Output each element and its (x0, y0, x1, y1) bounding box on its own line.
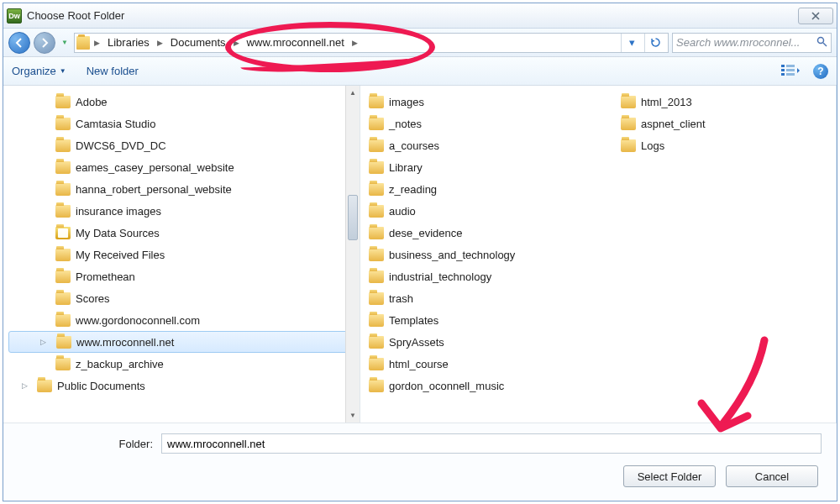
tree-item[interactable]: eames_casey_personal_website (3, 156, 360, 178)
breadcrumb-current[interactable]: www.mroconnell.net (244, 36, 348, 49)
expand-icon[interactable]: ▷ (40, 338, 46, 346)
select-folder-button[interactable]: Select Folder (623, 465, 716, 487)
folder-icon (621, 139, 636, 152)
tree-item[interactable]: DWCS6_DVD_DC (3, 134, 360, 156)
folder-item[interactable]: gordon_oconnell_music (369, 375, 621, 396)
tree-item-label: Camtasia Studio (76, 118, 155, 130)
folder-item[interactable]: SpryAssets (369, 331, 621, 353)
organize-menu[interactable]: Organize ▼ (12, 65, 66, 77)
tree-item-label: eames_casey_personal_website (76, 161, 234, 174)
scroll-thumb[interactable] (348, 195, 358, 240)
folder-icon (621, 96, 636, 108)
view-options-button[interactable] (781, 63, 800, 79)
tree-item[interactable]: My Received Files (3, 244, 360, 265)
folder-tree[interactable]: AdobeCamtasia StudioDWCS6_DVD_DCeames_ca… (3, 86, 360, 423)
tree-scrollbar[interactable]: ▲ ▼ (345, 86, 360, 423)
scroll-down-icon[interactable]: ▼ (346, 408, 360, 423)
folder-icon (369, 96, 384, 108)
folder-icon (55, 96, 71, 108)
folder-item[interactable]: Library (369, 156, 621, 178)
folder-item[interactable]: aspnet_client (621, 113, 806, 134)
forward-button[interactable] (34, 32, 55, 54)
folder-item-label: industrial_technology (389, 270, 491, 283)
window-title: Choose Root Folder (27, 9, 798, 22)
tree-item[interactable]: z_backup_archive (3, 353, 360, 375)
svg-rect-4 (786, 65, 795, 67)
folder-item[interactable]: images (369, 91, 621, 113)
organize-label: Organize (12, 65, 56, 77)
folder-item[interactable]: z_reading (369, 178, 621, 200)
folder-item[interactable]: trash (369, 287, 621, 309)
expand-icon[interactable]: ▷ (22, 381, 28, 390)
folder-icon (55, 118, 71, 130)
address-dropdown[interactable]: ▾ (621, 34, 643, 52)
folder-item[interactable]: _notes (369, 113, 621, 134)
folder-item-label: aspnet_client (641, 118, 706, 130)
folder-item[interactable]: html_2013 (621, 91, 806, 113)
tree-item-label: hanna_robert_personal_website (76, 183, 232, 196)
tree-item[interactable]: www.gordonoconnell.com (3, 309, 360, 331)
breadcrumb-documents[interactable]: Documents (167, 36, 229, 49)
folder-item-label: a_courses (389, 139, 439, 152)
tree-item-label: Public Documents (57, 380, 145, 392)
folder-item-label: _notes (389, 118, 422, 130)
folder-item[interactable]: a_courses (369, 134, 621, 156)
folder-contents[interactable]: images_notesa_coursesLibraryz_readingaud… (360, 86, 837, 423)
refresh-button[interactable] (644, 34, 666, 52)
tree-item-label: Promethean (76, 270, 135, 283)
folder-item-label: images (389, 96, 424, 108)
folder-field-label: Folder: (18, 438, 153, 450)
folder-item-label: SpryAssets (389, 336, 444, 349)
tree-item-public-documents[interactable]: ▷Public Documents (3, 375, 360, 396)
folder-icon (369, 314, 384, 327)
tree-item[interactable]: Camtasia Studio (3, 113, 360, 134)
folder-item-label: Library (389, 161, 423, 174)
tree-item[interactable]: ▷www.mroconnell.net (8, 331, 354, 353)
tree-item[interactable]: hanna_robert_personal_website (3, 178, 360, 200)
choose-root-folder-dialog: Dw Choose Root Folder ▼ ▶ Libraries ▶ Do… (3, 3, 837, 501)
cancel-button[interactable]: Cancel (726, 465, 818, 487)
tree-item-label: www.gordonoconnell.com (76, 314, 200, 327)
tree-item[interactable]: Scores (3, 287, 360, 309)
tree-item-label: DWCS6_DVD_DC (76, 139, 166, 152)
folder-item[interactable]: audio (369, 200, 621, 222)
view-icon (781, 63, 800, 76)
help-button[interactable]: ? (813, 64, 828, 79)
tree-item[interactable]: Promethean (3, 265, 360, 287)
folder-icon (369, 118, 384, 130)
folder-icon (55, 292, 71, 305)
address-bar[interactable]: ▶ Libraries ▶ Documents ▶ www.mroconnell… (74, 33, 669, 53)
breadcrumb-libraries[interactable]: Libraries (104, 36, 153, 49)
folder-item-label: business_and_technology (389, 249, 515, 261)
folder-item-label: Templates (389, 314, 438, 327)
folder-item[interactable]: Templates (369, 309, 621, 331)
folder-icon (55, 183, 71, 196)
tree-item[interactable]: My Data Sources (3, 222, 360, 244)
chevron-down-icon: ▼ (60, 67, 66, 75)
folder-name-input[interactable] (161, 433, 822, 454)
search-input[interactable]: Search www.mroconnel... (672, 33, 832, 53)
svg-rect-2 (781, 69, 785, 71)
nav-history-dropdown[interactable]: ▼ (59, 33, 71, 53)
folder-item-label: Logs (641, 139, 664, 152)
folder-icon (37, 380, 52, 392)
folder-item[interactable]: business_and_technology (369, 244, 621, 265)
folder-item[interactable]: Logs (621, 134, 806, 156)
folder-icon (76, 36, 90, 50)
close-button[interactable] (798, 8, 833, 24)
folder-item[interactable]: dese_evidence (369, 222, 621, 244)
breadcrumb-separator-icon: ▶ (92, 39, 102, 47)
dialog-footer: Folder: Select Folder Cancel (3, 423, 837, 501)
navigation-row: ▼ ▶ Libraries ▶ Documents ▶ www.mroconne… (3, 29, 837, 57)
folder-icon (369, 380, 384, 392)
folder-item[interactable]: html_course (369, 353, 621, 375)
folder-icon (369, 270, 384, 283)
tree-item[interactable]: Adobe (3, 91, 360, 113)
folder-item[interactable]: industrial_technology (369, 265, 621, 287)
back-button[interactable] (8, 32, 30, 54)
database-folder-icon (55, 227, 71, 239)
tree-item[interactable]: insurance images (3, 200, 360, 222)
search-placeholder: Search www.mroconnel... (676, 36, 800, 49)
scroll-up-icon[interactable]: ▲ (346, 86, 360, 100)
new-folder-button[interactable]: New folder (87, 65, 139, 77)
